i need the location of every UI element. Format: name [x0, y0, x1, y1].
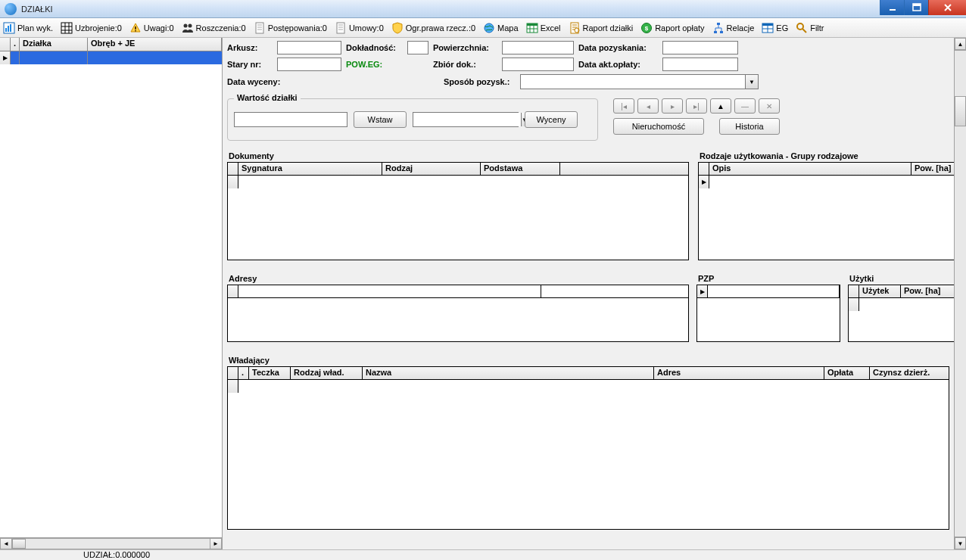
wlad-col-nazwa[interactable]: Nazwa: [363, 367, 654, 379]
rodzaje-grid[interactable]: Opis Pow. [ha]: [698, 162, 961, 260]
tb-uzbrojenie[interactable]: Uzbrojenie:0: [61, 22, 122, 34]
left-grid-col-dzialka[interactable]: Działka: [20, 38, 88, 51]
wladajacy-row[interactable]: [228, 380, 949, 393]
dokumenty-col-sygnatura[interactable]: Sygnatura: [238, 163, 382, 175]
tb-label: Postępowania:0: [268, 23, 327, 33]
wlad-col-czynsz[interactable]: Czynsz dzierż.: [870, 367, 949, 379]
minimize-button[interactable]: [880, 0, 904, 15]
maximize-button[interactable]: [904, 0, 928, 15]
data-pozyskania-input[interactable]: [662, 41, 738, 54]
dokumenty-col-podstawa[interactable]: Podstawa: [481, 163, 560, 175]
nav-insert-button[interactable]: ▲: [710, 98, 731, 114]
tb-filtr[interactable]: Filtr: [796, 22, 824, 34]
sposob-pozysk-input[interactable]: [521, 75, 745, 89]
wartosc-combo-input[interactable]: [413, 113, 521, 126]
nav-cancel-button[interactable]: ✕: [759, 98, 780, 114]
nav-last-button[interactable]: ▸|: [686, 98, 707, 114]
wlad-col-teczka[interactable]: Teczka: [249, 367, 291, 379]
uzytki-col-pow[interactable]: Pow. [ha]: [901, 285, 961, 297]
data-akt-oplaty-input[interactable]: [662, 58, 738, 71]
scroll-track[interactable]: [955, 50, 966, 537]
nav-delete-button[interactable]: —: [734, 98, 756, 114]
tb-eg[interactable]: EG: [762, 22, 788, 34]
dokladnosc-input[interactable]: [407, 41, 428, 54]
svg-rect-25: [762, 23, 773, 26]
wartosc-combo[interactable]: ▼: [413, 112, 519, 127]
tb-mapa[interactable]: Mapa: [483, 22, 519, 34]
grid-corner: [228, 176, 238, 188]
nav-next-button[interactable]: ▸: [662, 98, 683, 114]
tb-label: Roszczenia:0: [196, 23, 246, 33]
scroll-up-button[interactable]: ▲: [955, 38, 966, 50]
wladajacy-grid[interactable]: . Teczka Rodzaj wład. Nazwa Adres Opłata…: [227, 366, 949, 530]
tb-label: EG: [776, 23, 788, 33]
tb-raport-oplaty[interactable]: $ Raport opłaty: [640, 22, 704, 34]
uzytki-row[interactable]: [849, 298, 961, 311]
left-grid-col-dot[interactable]: .: [11, 38, 20, 51]
data-wyceny-label: Data wyceny:: [227, 77, 439, 86]
tb-umowy[interactable]: Umowy:0: [335, 22, 384, 34]
svg-rect-7: [61, 23, 72, 33]
tb-plan-wyk[interactable]: Plan wyk.: [3, 22, 53, 34]
tb-uwagi[interactable]: Uwagi:0: [129, 22, 174, 34]
wlad-col-dot[interactable]: .: [238, 367, 249, 379]
sposob-pozysk-combo[interactable]: ▼: [520, 74, 759, 89]
tb-excel[interactable]: Excel: [526, 22, 561, 34]
pzp-grid[interactable]: [696, 285, 840, 342]
doc-icon: [254, 22, 266, 34]
dokumenty-col-rodzaj[interactable]: Rodzaj: [382, 163, 481, 175]
nieruchomosc-button[interactable]: Nieruchomość: [613, 118, 704, 135]
close-button[interactable]: [928, 0, 966, 15]
tb-roszczenia[interactable]: Roszczenia:0: [182, 22, 246, 34]
scroll-left-button[interactable]: ◄: [0, 538, 12, 549]
left-grid-cell: [20, 51, 88, 64]
powierzchnia-label: Powierzchnia:: [433, 43, 497, 52]
rodzaje-row[interactable]: [699, 176, 961, 188]
scroll-down-button[interactable]: ▼: [955, 537, 966, 549]
scroll-track[interactable]: [12, 538, 210, 549]
wlad-col-adres[interactable]: Adres: [654, 367, 824, 379]
tb-label: Mapa: [497, 23, 519, 33]
arkusz-input[interactable]: [277, 41, 341, 54]
scroll-thumb[interactable]: [955, 96, 966, 126]
left-grid-row[interactable]: [0, 51, 222, 64]
wlad-col-rodzaj[interactable]: Rodzaj wład.: [291, 367, 363, 379]
stary-nr-input[interactable]: [277, 58, 341, 71]
tb-postepowania[interactable]: Postępowania:0: [254, 22, 327, 34]
pzp-row[interactable]: [697, 285, 840, 298]
historia-button[interactable]: Historia: [719, 118, 780, 135]
dokumenty-grid[interactable]: Sygnatura Rodzaj Podstawa: [227, 162, 689, 260]
powierzchnia-input[interactable]: [502, 41, 574, 54]
uzytki-col-uzytek[interactable]: Użytek: [859, 285, 901, 297]
tb-ogr-prawa[interactable]: Ogr.prawa rzecz.:0: [391, 22, 475, 34]
adresy-row[interactable]: [228, 285, 688, 298]
svg-rect-5: [8, 26, 9, 32]
left-grid-col-obreb[interactable]: Obręb + JE: [88, 38, 222, 51]
left-grid-pane: . Działka Obręb + JE ◄ ►: [0, 38, 223, 549]
scroll-thumb[interactable]: [12, 539, 26, 549]
tb-relacje[interactable]: Relacje: [712, 22, 755, 34]
left-grid-cell: [88, 51, 222, 64]
scroll-right-button[interactable]: ►: [210, 538, 222, 549]
left-grid-body[interactable]: [0, 51, 222, 537]
rodzaje-col-opis[interactable]: Opis: [709, 163, 911, 175]
chevron-down-icon[interactable]: ▼: [745, 75, 758, 89]
wlad-col-oplata[interactable]: Opłata: [824, 367, 870, 379]
adresy-grid[interactable]: [227, 285, 689, 342]
nav-first-button[interactable]: |◂: [613, 98, 634, 114]
left-grid-hscroll[interactable]: ◄ ►: [0, 537, 222, 549]
nav-prev-button[interactable]: ◂: [637, 98, 659, 114]
dokumenty-title: Dokumenty: [229, 151, 689, 160]
search-icon: [796, 22, 808, 34]
row-marker-icon: [697, 285, 708, 297]
dokumenty-row[interactable]: [228, 176, 688, 188]
wartosc-input[interactable]: [234, 112, 347, 127]
wstaw-button[interactable]: Wstaw: [354, 111, 407, 128]
wyceny-button[interactable]: Wyceny: [525, 111, 578, 128]
right-pane: Arkusz: Dokładność: Powierzchnia: Data p…: [223, 38, 966, 549]
uzytki-grid[interactable]: Użytek Pow. [ha]: [848, 285, 961, 342]
right-pane-vscroll[interactable]: ▲ ▼: [954, 38, 966, 549]
tb-raport-dzialki[interactable]: Raport działki: [569, 22, 634, 34]
svg-rect-8: [135, 26, 136, 30]
zbior-dok-input[interactable]: [502, 58, 574, 71]
